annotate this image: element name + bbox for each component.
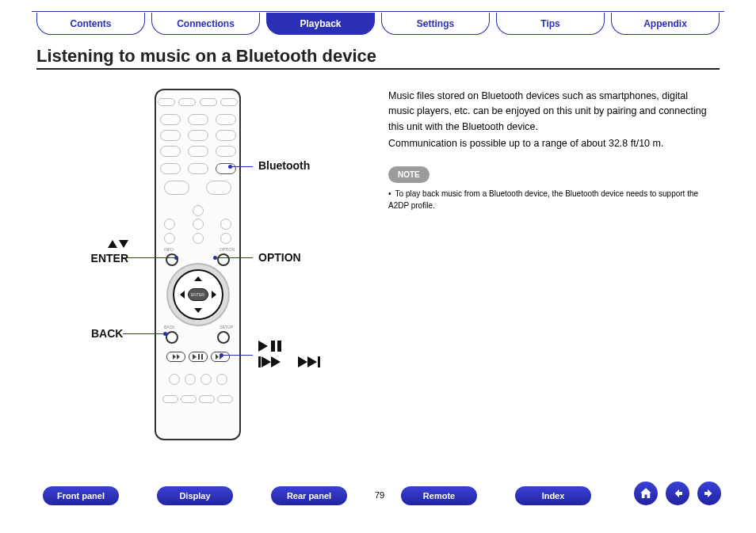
page-title: Listening to music on a Bluetooth device: [36, 46, 376, 67]
remote-button-generic: [181, 395, 197, 403]
tab-appendix[interactable]: Appendix: [611, 13, 720, 35]
tab-contents[interactable]: Contents: [36, 13, 145, 35]
svg-rect-1: [201, 354, 203, 360]
remote-button-generic: [164, 233, 175, 244]
bottom-button-index[interactable]: Index: [515, 486, 591, 505]
remote-button-generic: [206, 181, 231, 195]
remote-row: [156, 219, 239, 230]
remote-button-generic: [193, 219, 204, 230]
remote-bluetooth-button: [216, 163, 236, 174]
remote-option-button: [217, 253, 230, 266]
tab-label: Tips: [540, 18, 559, 29]
remote-back-button: [166, 331, 178, 344]
bottom-button-front-panel[interactable]: Front panel: [43, 486, 119, 505]
callout-enter: ENTER: [82, 252, 128, 265]
remote-button-generic: [216, 114, 236, 125]
leader-line: [123, 257, 178, 258]
remote-dpad: ENTER: [173, 269, 223, 320]
callout-enter-group: ENTER: [82, 238, 128, 265]
button-label: Index: [542, 491, 565, 501]
button-label: Front panel: [57, 491, 105, 501]
bottom-button-remote[interactable]: Remote: [401, 486, 477, 505]
remote-label: INFO: [164, 247, 174, 252]
title-rule: [36, 68, 720, 70]
remote-diagram: INFO OPTION ENTER BACK SETUP: [155, 89, 241, 440]
page-number: 79: [375, 490, 384, 500]
remote-button-generic: [160, 130, 181, 141]
remote-button-generic: [160, 114, 181, 125]
remote-button-generic: [169, 374, 180, 385]
remote-button-generic: [160, 146, 181, 157]
remote-row: [156, 130, 239, 141]
triangle-up-icon: [108, 240, 117, 248]
remote-button-generic: [164, 181, 189, 195]
remote-button-generic: [188, 163, 208, 174]
remote-soundmode-row: [156, 395, 239, 403]
remote-label: BACK: [164, 325, 175, 329]
dpad-up-icon: [194, 276, 202, 281]
dpad-enter-button: ENTER: [188, 288, 208, 301]
tab-bar: Contents Connections Playback Settings T…: [36, 13, 720, 35]
tab-label: Settings: [417, 18, 454, 29]
button-label: Remote: [423, 491, 455, 501]
home-icon[interactable]: [634, 482, 658, 505]
callout-skip-icon: [258, 355, 328, 367]
remote-button-generic: [158, 98, 175, 106]
dpad-down-icon: [194, 308, 202, 313]
svg-rect-2: [271, 341, 275, 352]
button-label: Rear panel: [287, 491, 331, 501]
remote-button-generic: [164, 219, 175, 230]
remote-label: SETUP: [220, 325, 233, 329]
dpad-left-icon: [180, 291, 185, 299]
tab-label: Connections: [177, 18, 235, 29]
remote-button-generic: [185, 374, 196, 385]
remote-button-generic: [200, 374, 212, 385]
remote-button-generic: [199, 395, 215, 403]
remote-button-generic: [188, 146, 208, 157]
svg-rect-0: [198, 354, 200, 360]
remote-button-generic: [220, 233, 231, 244]
remote-row: [156, 233, 239, 244]
tab-connections[interactable]: Connections: [151, 13, 260, 35]
remote-button-generic: [193, 233, 204, 244]
remote-button-generic: [217, 395, 233, 403]
bottom-button-bar: Front panel Display Rear panel Remote In…: [43, 486, 591, 505]
leader-line: [214, 257, 253, 258]
bottom-button-rear-panel[interactable]: Rear panel: [271, 486, 347, 505]
remote-prev-button: [166, 352, 185, 362]
dpad-right-icon: [212, 291, 216, 299]
remote-row: [156, 205, 239, 216]
remote-button-generic: [216, 130, 236, 141]
remote-playpause-button: [189, 352, 208, 362]
remote-row: [156, 114, 239, 125]
callout-bluetooth: Bluetooth: [258, 159, 310, 172]
remote-row: [156, 181, 239, 195]
remote-button-generic: [178, 98, 196, 106]
bottom-button-display[interactable]: Display: [157, 486, 233, 505]
dpad-ring: ENTER: [173, 269, 223, 320]
callout-option: OPTION: [258, 251, 301, 264]
top-rule: [32, 11, 724, 12]
remote-setup-button: [217, 331, 230, 344]
leader-line: [220, 355, 253, 356]
callout-back: BACK: [91, 327, 123, 340]
remote-button-generic: [188, 114, 208, 125]
leader-line: [123, 333, 166, 334]
arrow-right-icon[interactable]: [697, 482, 721, 505]
remote-button-generic: [216, 146, 236, 157]
body-p2: Communication is possible up to a range …: [388, 136, 716, 151]
tab-tips[interactable]: Tips: [496, 13, 605, 35]
triangle-down-icon: [119, 240, 128, 248]
remote-label: OPTION: [220, 247, 235, 252]
arrow-left-icon[interactable]: [666, 482, 689, 505]
body-text: Music files stored on Bluetooth devices …: [388, 89, 716, 211]
svg-rect-5: [318, 356, 320, 367]
tab-settings[interactable]: Settings: [381, 13, 490, 35]
tab-playback[interactable]: Playback: [266, 13, 375, 35]
remote-button-generic: [162, 395, 178, 403]
button-label: Display: [179, 491, 210, 501]
note-text-content: To play back music from a Bluetooth devi…: [388, 189, 698, 210]
callout-playpause-icon: [258, 339, 290, 352]
remote-button-generic: [160, 163, 181, 174]
tab-label: Contents: [71, 18, 112, 29]
